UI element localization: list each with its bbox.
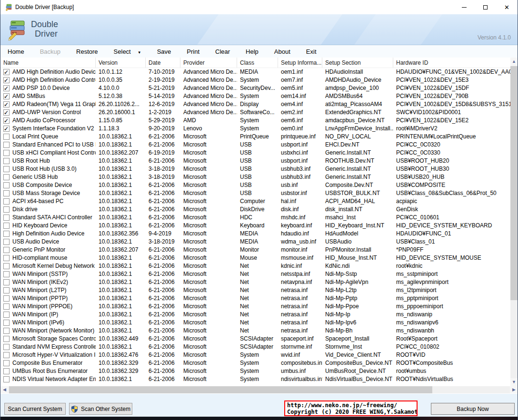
menu-item-about[interactable]: About	[269, 48, 296, 55]
table-row[interactable]: Local Print Queue 10.0.18362.1 6-21-2006…	[0, 133, 510, 141]
table-row[interactable]: USB Audio Device 10.0.18362.1 3-18-2019 …	[0, 238, 510, 246]
row-checkbox[interactable]	[3, 93, 10, 99]
table-row[interactable]: USB Root Hub 10.0.18362.1 6-21-2006 Micr…	[0, 157, 510, 165]
row-checkbox[interactable]	[3, 279, 10, 285]
row-checkbox[interactable]	[3, 69, 10, 75]
vertical-scrollbar[interactable]: ▲ ▼	[510, 58, 518, 386]
row-checkbox[interactable]	[3, 247, 10, 253]
scroll-right-arrow-icon[interactable]: ▶	[510, 386, 518, 393]
table-row[interactable]: AMD Radeon(TM) Vega 11 Graphics 26.20.11…	[0, 100, 510, 108]
row-checkbox[interactable]	[3, 109, 10, 116]
column-header-class[interactable]: Class	[237, 58, 278, 68]
menu-item-clear[interactable]: Clear	[209, 48, 236, 55]
row-checkbox[interactable]	[3, 344, 10, 350]
table-row[interactable]: AMD-UWP Version Control 26.20.16000.1 1-…	[0, 108, 510, 117]
menu-item-home[interactable]: Home	[2, 48, 30, 55]
table-row[interactable]: Generic USB Hub 10.0.18362.1 3-18-2019 M…	[0, 173, 510, 181]
table-row[interactable]: USB xHCI Compliant Host Controller 10.0.…	[0, 149, 510, 157]
column-header-date[interactable]: Date	[146, 58, 180, 68]
table-row[interactable]: WAN Miniport (PPTP) 10.0.18362.1 6-21-20…	[0, 294, 510, 303]
table-row[interactable]: USB Composite Device 10.0.18362.1 6-21-2…	[0, 181, 510, 189]
table-row[interactable]: High Definition Audio Device 10.0.18362.…	[0, 230, 510, 238]
horizontal-scroll-thumb[interactable]	[9, 386, 432, 393]
scan-other-system-button[interactable]: Scan Other System	[69, 403, 132, 415]
row-checkbox[interactable]	[3, 85, 10, 91]
row-checkbox[interactable]	[3, 142, 10, 148]
row-checkbox[interactable]	[3, 263, 10, 269]
table-row[interactable]: Standard SATA AHCI Controller 10.0.18362…	[0, 214, 510, 222]
row-checkbox[interactable]	[3, 166, 10, 172]
table-row[interactable]: UMBus Root Bus Enumerator 10.0.18362.329…	[0, 367, 510, 375]
table-row[interactable]: AMD SMBus 5.12.0.38 5-14-2019 Advanced M…	[0, 92, 510, 100]
table-row[interactable]: Disk drive 10.0.18362.1 6-21-2006 Micros…	[0, 205, 510, 214]
table-row[interactable]: WAN Miniport (IKEv2) 10.0.18362.1 6-21-2…	[0, 278, 510, 286]
table-row[interactable]: AMD Audio CoProcessor 1.15.0.85 5-29-201…	[0, 117, 510, 125]
maximize-button[interactable]	[475, 0, 496, 14]
row-checkbox[interactable]	[3, 231, 10, 237]
row-checkbox[interactable]	[3, 328, 10, 334]
horizontal-scrollbar[interactable]: ◀ ▶	[0, 386, 518, 393]
row-checkbox[interactable]	[3, 287, 10, 293]
scan-current-system-button[interactable]: Scan Current System	[4, 403, 66, 415]
row-checkbox[interactable]	[3, 117, 10, 124]
table-row[interactable]: HID Keyboard Device 10.0.18362.1 6-21-20…	[0, 222, 510, 230]
row-checkbox[interactable]	[3, 206, 10, 213]
table-row[interactable]: Microsoft Hyper-V Virtualization I... 10…	[0, 351, 510, 359]
table-row[interactable]: WAN Miniport (PPPOE) 10.0.18362.1 6-21-2…	[0, 303, 510, 311]
row-checkbox[interactable]	[3, 303, 10, 310]
table-row[interactable]: Microsoft Storage Spaces Controller 10.0…	[0, 335, 510, 343]
close-button[interactable]: ✕	[496, 0, 518, 14]
table-row[interactable]: USB Root Hub (USB 3.0) 10.0.18362.1 3-18…	[0, 165, 510, 173]
table-row[interactable]: NDIS Virtual Network Adapter En... 10.0.…	[0, 375, 510, 383]
table-row[interactable]: WAN Miniport (SSTP) 10.0.18362.1 6-21-20…	[0, 270, 510, 278]
row-checkbox[interactable]	[3, 158, 10, 164]
row-checkbox[interactable]	[3, 239, 10, 245]
row-checkbox[interactable]	[3, 101, 10, 107]
row-checkbox[interactable]	[3, 198, 10, 205]
row-checkbox[interactable]	[3, 182, 10, 188]
backup-now-button[interactable]: Backup Now	[431, 403, 515, 415]
menu-item-exit[interactable]: Exit	[300, 48, 322, 55]
row-checkbox[interactable]	[3, 134, 10, 140]
table-row[interactable]: Microsoft Kernel Debug Network ... 10.0.…	[0, 262, 510, 270]
table-row[interactable]: Standard NVM Express Controller 10.0.183…	[0, 343, 510, 351]
minimize-button[interactable]	[453, 0, 475, 14]
row-checkbox[interactable]	[3, 77, 10, 83]
row-checkbox[interactable]	[3, 295, 10, 302]
row-checkbox[interactable]	[3, 271, 10, 277]
table-row[interactable]: WAN Miniport (IP) 10.0.18362.1 6-21-2006…	[0, 311, 510, 319]
table-row[interactable]: Composite Bus Enumerator 10.0.18362.329 …	[0, 359, 510, 367]
column-header-setup-informa[interactable]: Setup Informa...	[278, 58, 322, 68]
table-row[interactable]: WAN Miniport (IPv6) 10.0.18362.1 6-21-20…	[0, 319, 510, 327]
menu-item-select[interactable]: Select▼	[108, 48, 147, 55]
vertical-scroll-thumb[interactable]	[510, 66, 518, 300]
table-row[interactable]: WAN Miniport (Network Monitor) 10.0.1836…	[0, 327, 510, 335]
table-row[interactable]: System Interface Foundation V2 ... 1.1.1…	[0, 125, 510, 133]
table-row[interactable]: HID-compliant mouse 10.0.18362.1 6-21-20…	[0, 254, 510, 262]
menu-item-help[interactable]: Help	[240, 48, 264, 55]
row-checkbox[interactable]	[3, 312, 10, 318]
table-row[interactable]: Generic PnP Monitor 10.0.18362.207 6-21-…	[0, 246, 510, 254]
table-row[interactable]: ACPI x64-based PC 10.0.18362.1 6-21-2006…	[0, 197, 510, 205]
row-checkbox[interactable]	[3, 376, 10, 382]
table-row[interactable]: AMD High Definition Audio Device 10.0.1.…	[0, 68, 510, 76]
menu-item-print[interactable]: Print	[181, 48, 205, 55]
scroll-up-arrow-icon[interactable]: ▲	[510, 58, 518, 66]
row-checkbox[interactable]	[3, 150, 10, 156]
table-row[interactable]: Standard Enhanced PCI to USB H... 10.0.1…	[0, 141, 510, 149]
row-checkbox[interactable]	[3, 368, 10, 374]
row-checkbox[interactable]	[3, 255, 10, 261]
table-row[interactable]: AMD PSP 10.0 Device 4.10.0.0 5-21-2019 A…	[0, 84, 510, 92]
row-checkbox[interactable]	[3, 223, 10, 229]
row-checkbox[interactable]	[3, 352, 10, 358]
chevron-down-icon[interactable]: ▼	[138, 50, 141, 55]
column-header-hardware-id[interactable]: Hardware ID	[393, 58, 510, 68]
table-row[interactable]: AMD High Definition Audio Controller 10.…	[0, 76, 510, 84]
column-header-name[interactable]: Name	[0, 58, 96, 68]
table-row[interactable]: USB Mass Storage Device 10.0.18362.1 6-2…	[0, 189, 510, 197]
table-row[interactable]: WAN Miniport (L2TP) 10.0.18362.1 6-21-20…	[0, 286, 510, 294]
row-checkbox[interactable]	[3, 360, 10, 366]
menu-item-save[interactable]: Save	[151, 48, 177, 55]
column-header-setup-section[interactable]: Setup Section	[322, 58, 393, 68]
column-header-provider[interactable]: Provider	[180, 58, 237, 68]
